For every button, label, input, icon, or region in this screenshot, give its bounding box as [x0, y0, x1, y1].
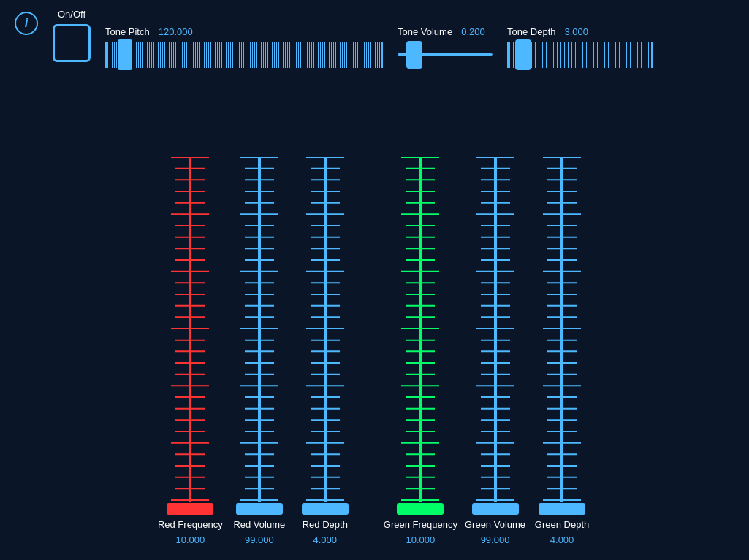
v-value-red-depth: 4.000	[313, 534, 338, 545]
tone-pitch-section: Tone Pitch 120.000	[105, 26, 383, 69]
v-value-green-depth: 4.000	[550, 534, 574, 545]
onoff-section: On/Off	[53, 9, 91, 62]
v-value-green-freq: 10.000	[406, 534, 436, 545]
v-value-red-freq: 10.000	[175, 534, 205, 545]
depth-track	[507, 42, 653, 68]
slider-group-red-depth: Red Depth 4.000	[296, 157, 354, 545]
v-label-red-vol: Red Volume	[233, 519, 285, 530]
pitch-track	[105, 42, 383, 68]
v-slider-svg-red-vol[interactable]	[230, 157, 289, 515]
tone-volume-label: Tone Volume	[398, 26, 452, 37]
svg-rect-164	[472, 503, 519, 515]
v-value-green-vol: 99.000	[481, 534, 510, 545]
v-value-red-vol: 99.000	[245, 534, 274, 545]
tone-volume-value: 0.200	[461, 26, 485, 37]
v-slider-green-freq[interactable]	[391, 157, 449, 515]
v-slider-red-freq[interactable]	[161, 157, 219, 515]
tone-depth-label: Tone Depth	[507, 26, 556, 37]
v-slider-svg-green-vol[interactable]	[466, 157, 525, 515]
v-label-green-vol: Green Volume	[465, 519, 525, 530]
v-slider-red-depth[interactable]	[296, 157, 354, 515]
v-slider-svg-green-freq[interactable]	[391, 157, 449, 515]
svg-rect-32	[167, 503, 213, 515]
volume-thumb[interactable]	[406, 41, 422, 69]
v-slider-green-vol[interactable]	[466, 157, 525, 515]
pitch-thumb[interactable]	[118, 39, 132, 70]
svg-rect-98	[302, 503, 349, 515]
onoff-label: On/Off	[58, 9, 85, 20]
slider-group-red-vol: Red Volume 99.000	[230, 157, 289, 545]
tone-pitch-value: 120.000	[159, 26, 193, 37]
svg-rect-131	[397, 503, 444, 515]
v-slider-svg-red-depth[interactable]	[296, 157, 354, 515]
v-slider-green-depth[interactable]	[533, 157, 591, 515]
sliders-area: Red Frequency 10.000 Red Volume 99.000	[0, 95, 749, 560]
v-slider-svg-red-freq[interactable]	[161, 157, 219, 515]
tone-volume-section: Tone Volume 0.200	[398, 26, 493, 69]
onoff-toggle[interactable]	[53, 24, 91, 62]
slider-group-green-vol: Green Volume 99.000	[465, 157, 525, 545]
tone-pitch-label: Tone Pitch	[105, 26, 150, 37]
v-label-red-depth: Red Depth	[303, 519, 348, 530]
v-label-green-freq: Green Frequency	[384, 519, 457, 530]
svg-rect-197	[539, 503, 585, 515]
depth-thumb[interactable]	[515, 39, 531, 70]
tone-volume-slider[interactable]	[398, 40, 493, 69]
tone-depth-value: 3.000	[565, 26, 589, 37]
slider-group-green-freq: Green Frequency 10.000	[384, 157, 457, 545]
tone-depth-slider[interactable]	[507, 40, 653, 69]
volume-track	[398, 53, 493, 56]
info-icon[interactable]: i	[15, 12, 38, 35]
slider-group-green-depth: Green Depth 4.000	[533, 157, 591, 545]
v-slider-red-vol[interactable]	[230, 157, 289, 515]
v-label-red-freq: Red Frequency	[158, 519, 223, 530]
tone-pitch-slider[interactable]	[105, 40, 383, 69]
slider-group-red-freq: Red Frequency 10.000	[158, 157, 223, 545]
v-label-green-depth: Green Depth	[535, 519, 589, 530]
top-bar: i On/Off Tone Pitch 120.000 Tone Volume …	[0, 0, 749, 95]
tone-depth-section: Tone Depth 3.000	[507, 26, 653, 69]
v-slider-svg-green-depth[interactable]	[533, 157, 591, 515]
svg-rect-65	[236, 503, 283, 515]
